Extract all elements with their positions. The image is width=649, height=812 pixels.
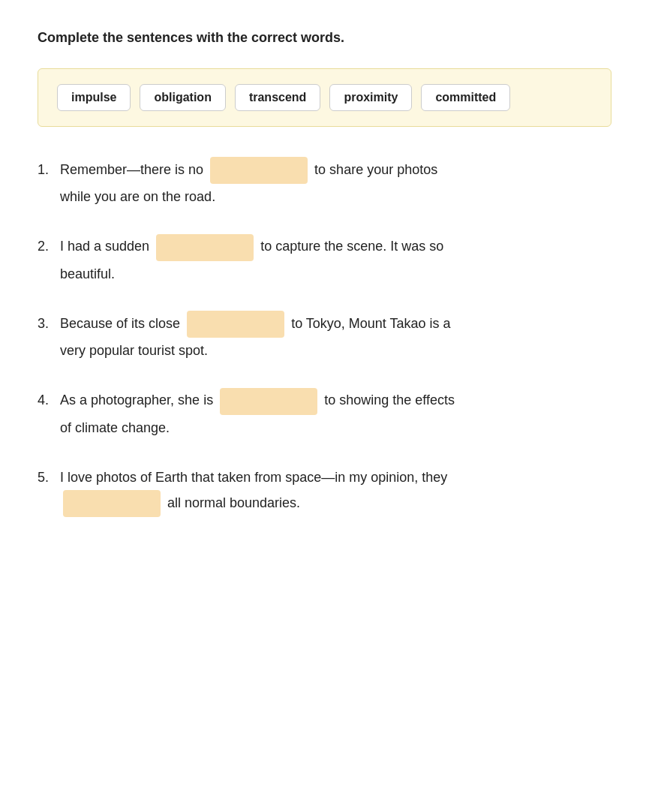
sentence-block-1: 1. Remember—there is no to share your ph… <box>38 157 611 209</box>
sentence-text-5b: all normal boundaries. <box>167 495 300 510</box>
sentence-content-1: Remember—there is no to share your photo… <box>60 157 611 209</box>
sentence-block-3: 3. Because of its close to Tokyo, Mount … <box>38 311 611 363</box>
sentence-block-5: 5. I love photos of Earth that taken fro… <box>38 465 611 517</box>
sentence-text-3b: to Tokyo, Mount Takao is a <box>291 316 450 331</box>
word-chip-obligation[interactable]: obligation <box>140 84 225 111</box>
word-chip-committed[interactable]: committed <box>421 84 510 111</box>
sentence-continuation-4: of climate change. <box>60 420 170 435</box>
sentence-text-4b: to showing the effects <box>324 392 455 408</box>
sentence-text-4a: As a photographer, she is <box>60 392 213 408</box>
sentence-number-5: 5. <box>38 470 60 486</box>
sentence-block-4: 4. As a photographer, she is to showing … <box>38 387 611 440</box>
sentence-content-4: As a photographer, she is to showing the… <box>60 387 611 440</box>
word-chip-impulse[interactable]: impulse <box>57 84 131 111</box>
sentence-text-1a: Remember—there is no <box>60 162 203 177</box>
blank-box-2[interactable] <box>156 234 254 261</box>
sentence-content-3: Because of its close to Tokyo, Mount Tak… <box>60 311 611 363</box>
sentences-container: 1. Remember—there is no to share your ph… <box>38 157 611 517</box>
sentence-text-2a: I had a sudden <box>60 239 149 254</box>
blank-box-4[interactable] <box>220 388 317 415</box>
sentence-text-3a: Because of its close <box>60 316 180 331</box>
sentence-content-5: I love photos of Earth that taken from s… <box>60 465 611 517</box>
sentence-number-3: 3. <box>38 316 60 332</box>
word-bank: impulse obligation transcend proximity c… <box>38 68 611 127</box>
sentence-continuation-2: beautiful. <box>60 266 115 281</box>
sentence-number-2: 2. <box>38 239 60 254</box>
blank-box-1[interactable] <box>210 157 308 184</box>
sentence-content-2: I had a sudden to capture the scene. It … <box>60 233 611 286</box>
sentence-number-4: 4. <box>38 392 60 408</box>
blank-box-3[interactable] <box>187 311 284 338</box>
sentence-number-1: 1. <box>38 162 60 178</box>
sentence-continuation-3: very popular tourist spot. <box>60 343 208 358</box>
sentence-text-2b: to capture the scene. It was so <box>260 239 443 254</box>
sentence-continuation-1: while you are on the road. <box>60 189 215 204</box>
word-chip-transcend[interactable]: transcend <box>235 84 320 111</box>
sentence-text-5a: I love photos of Earth that taken from s… <box>60 470 447 485</box>
word-chip-proximity[interactable]: proximity <box>329 84 412 111</box>
sentence-block-2: 2. I had a sudden to capture the scene. … <box>38 233 611 286</box>
instruction: Complete the sentences with the correct … <box>38 30 611 46</box>
blank-box-5[interactable] <box>63 490 161 517</box>
sentence-text-1b: to share your photos <box>314 162 437 177</box>
